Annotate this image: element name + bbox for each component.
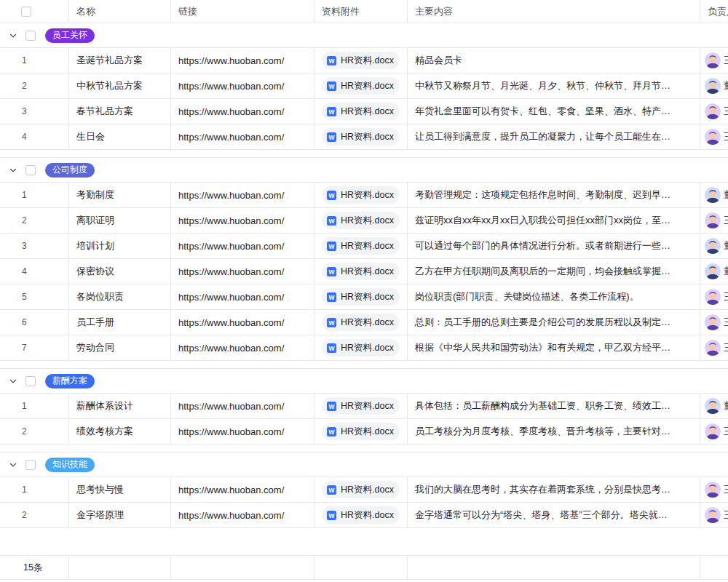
owner-cell[interactable]: 三 bbox=[700, 310, 728, 335]
content-cell[interactable]: 根据《中华人民共和国劳动法》和有关规定，甲乙双方经平… bbox=[408, 335, 700, 360]
attachment-chip[interactable]: WHR资料.docx bbox=[322, 103, 400, 120]
row-number-cell[interactable]: 2 bbox=[0, 208, 69, 233]
row-number-cell[interactable]: 4 bbox=[0, 124, 69, 149]
attachment-chip[interactable]: WHR资料.docx bbox=[322, 288, 400, 306]
name-cell[interactable]: 考勤制度 bbox=[69, 183, 171, 207]
record-link[interactable]: https://www.huoban.com/ bbox=[178, 190, 284, 201]
attachment-cell[interactable]: WHR资料.docx bbox=[314, 284, 408, 309]
attachment-cell[interactable]: WHR资料.docx bbox=[314, 394, 408, 418]
name-cell[interactable]: 保密协议 bbox=[69, 259, 171, 284]
attachment-cell[interactable]: WHR资料.docx bbox=[314, 208, 408, 233]
attachment-chip[interactable]: WHR资料.docx bbox=[322, 52, 400, 69]
attachment-cell[interactable]: WHR资料.docx bbox=[314, 234, 408, 258]
name-cell[interactable]: 春节礼品方案 bbox=[69, 99, 171, 124]
attachment-chip[interactable]: WHR资料.docx bbox=[322, 263, 400, 280]
link-cell[interactable]: https://www.huoban.com/ bbox=[171, 183, 314, 207]
content-cell[interactable]: 兹证明xx自xx年xx月xx日入职我公司担任xx部门xx岗位，至… bbox=[408, 208, 700, 233]
content-cell[interactable]: 我们的大脑在思考时，其实存在着两套系统，分别是快思考… bbox=[408, 477, 700, 502]
chevron-down-icon[interactable] bbox=[7, 375, 19, 387]
record-link[interactable]: https://www.huoban.com/ bbox=[178, 55, 284, 66]
group-checkbox[interactable] bbox=[25, 460, 36, 470]
group-checkbox[interactable] bbox=[25, 31, 36, 41]
name-cell[interactable]: 劳动合同 bbox=[69, 335, 171, 360]
link-cell[interactable]: https://www.huoban.com/ bbox=[171, 73, 314, 98]
row-number-cell[interactable]: 5 bbox=[0, 284, 69, 309]
record-link[interactable]: https://www.huoban.com/ bbox=[178, 215, 284, 226]
link-cell[interactable]: https://www.huoban.com/ bbox=[171, 124, 314, 149]
attachment-chip[interactable]: WHR资料.docx bbox=[322, 339, 400, 356]
attachment-chip[interactable]: WHR资料.docx bbox=[322, 423, 400, 440]
name-cell[interactable]: 员工手册 bbox=[69, 310, 171, 335]
name-cell[interactable]: 思考快与慢 bbox=[69, 477, 171, 502]
record-link[interactable]: https://www.huoban.com/ bbox=[178, 510, 284, 521]
link-cell[interactable]: https://www.huoban.com/ bbox=[171, 310, 314, 335]
content-cell[interactable]: 让员工得到满意度，提升员工的凝聚力，让每个员工能生在… bbox=[408, 124, 700, 149]
attachment-cell[interactable]: WHR资料.docx bbox=[314, 310, 408, 335]
record-link[interactable]: https://www.huoban.com/ bbox=[178, 241, 284, 252]
attachment-chip[interactable]: WHR资料.docx bbox=[322, 128, 400, 146]
attachment-chip[interactable]: WHR资料.docx bbox=[322, 506, 400, 524]
content-cell[interactable]: 金字塔通常可以分为“塔尖、塔身、塔基”三个部分。塔尖就… bbox=[408, 503, 700, 527]
row-number-cell[interactable]: 1 bbox=[0, 48, 69, 73]
attachment-cell[interactable]: WHR资料.docx bbox=[314, 73, 408, 98]
owner-cell[interactable]: 董 bbox=[700, 183, 728, 207]
name-cell[interactable]: 生日会 bbox=[69, 124, 171, 149]
record-link[interactable]: https://www.huoban.com/ bbox=[178, 106, 284, 117]
attachment-cell[interactable]: WHR资料.docx bbox=[314, 477, 408, 502]
owner-cell[interactable]: 三 bbox=[700, 284, 728, 309]
link-cell[interactable]: https://www.huoban.com/ bbox=[171, 234, 314, 258]
group-checkbox[interactable] bbox=[25, 165, 36, 175]
column-header-attachment[interactable]: 资料附件 bbox=[314, 0, 408, 23]
link-cell[interactable]: https://www.huoban.com/ bbox=[171, 394, 314, 418]
attachment-chip[interactable]: WHR资料.docx bbox=[322, 481, 400, 498]
attachment-cell[interactable]: WHR资料.docx bbox=[314, 419, 408, 444]
owner-cell[interactable]: 三 bbox=[700, 419, 728, 444]
name-cell[interactable]: 培训计划 bbox=[69, 234, 171, 258]
record-link[interactable]: https://www.huoban.com/ bbox=[178, 266, 284, 277]
record-link[interactable]: https://www.huoban.com/ bbox=[178, 81, 284, 92]
owner-cell[interactable]: 三 bbox=[700, 48, 728, 73]
attachment-cell[interactable]: WHR资料.docx bbox=[314, 503, 408, 527]
row-number-cell[interactable]: 4 bbox=[0, 259, 69, 284]
content-cell[interactable]: 可以通过每个部门的具体情况进行分析。或者前期进行一些… bbox=[408, 234, 700, 258]
owner-cell[interactable]: 三 bbox=[700, 99, 728, 124]
content-cell[interactable]: 具体包括：员工薪酬构成分为基础工资、职务工资、绩效工… bbox=[408, 394, 700, 418]
name-cell[interactable]: 圣诞节礼品方案 bbox=[69, 48, 171, 73]
row-number-cell[interactable]: 6 bbox=[0, 310, 69, 335]
chevron-down-icon[interactable] bbox=[7, 459, 19, 471]
attachment-cell[interactable]: WHR资料.docx bbox=[314, 124, 408, 149]
link-cell[interactable]: https://www.huoban.com/ bbox=[171, 259, 314, 284]
row-number-cell[interactable]: 2 bbox=[0, 73, 69, 98]
chevron-down-icon[interactable] bbox=[7, 30, 19, 41]
content-cell[interactable]: 岗位职责(部门职责、关键岗位描述、各类工作流程)。 bbox=[408, 284, 700, 309]
content-cell[interactable]: 乙方在甲方任职期间及离职后的一定期间，均会接触或掌握… bbox=[408, 259, 700, 284]
record-link[interactable]: https://www.huoban.com/ bbox=[178, 401, 284, 412]
row-number-cell[interactable]: 7 bbox=[0, 335, 69, 360]
link-cell[interactable]: https://www.huoban.com/ bbox=[171, 335, 314, 360]
owner-cell[interactable]: 三 bbox=[700, 208, 728, 233]
name-cell[interactable]: 绩效考核方案 bbox=[69, 419, 171, 444]
attachment-cell[interactable]: WHR资料.docx bbox=[314, 183, 408, 207]
attachment-chip[interactable]: WHR资料.docx bbox=[322, 397, 400, 415]
attachment-chip[interactable]: WHR资料.docx bbox=[322, 186, 400, 204]
name-cell[interactable]: 中秋节礼品方案 bbox=[69, 73, 171, 98]
owner-cell[interactable]: 三 bbox=[700, 124, 728, 149]
row-number-cell[interactable]: 2 bbox=[0, 503, 69, 527]
owner-cell[interactable]: 三 bbox=[700, 503, 728, 527]
name-cell[interactable]: 薪酬体系设计 bbox=[69, 394, 171, 418]
content-cell[interactable]: 中秋节又称祭月节、月光诞、月夕、秋节、仲秋节、拜月节… bbox=[408, 73, 700, 98]
record-link[interactable]: https://www.huoban.com/ bbox=[178, 317, 284, 328]
content-cell[interactable]: 总则：员工手册的总则主要是介绍公司的发展历程以及制定… bbox=[408, 310, 700, 335]
record-link[interactable]: https://www.huoban.com/ bbox=[178, 292, 284, 303]
attachment-cell[interactable]: WHR资料.docx bbox=[314, 48, 408, 73]
row-number-cell[interactable]: 2 bbox=[0, 419, 69, 444]
link-cell[interactable]: https://www.huoban.com/ bbox=[171, 503, 314, 527]
link-cell[interactable]: https://www.huoban.com/ bbox=[171, 48, 314, 73]
content-cell[interactable]: 考勤管理规定：这项规定包括作息时间、考勤制度、迟到早… bbox=[408, 183, 700, 207]
row-number-cell[interactable]: 1 bbox=[0, 477, 69, 502]
owner-cell[interactable]: 董 bbox=[700, 234, 728, 258]
attachment-cell[interactable]: WHR资料.docx bbox=[314, 335, 408, 360]
attachment-chip[interactable]: WHR资料.docx bbox=[322, 77, 400, 95]
select-all-checkbox[interactable] bbox=[21, 7, 31, 17]
column-header-content[interactable]: 主要内容 bbox=[408, 0, 700, 23]
